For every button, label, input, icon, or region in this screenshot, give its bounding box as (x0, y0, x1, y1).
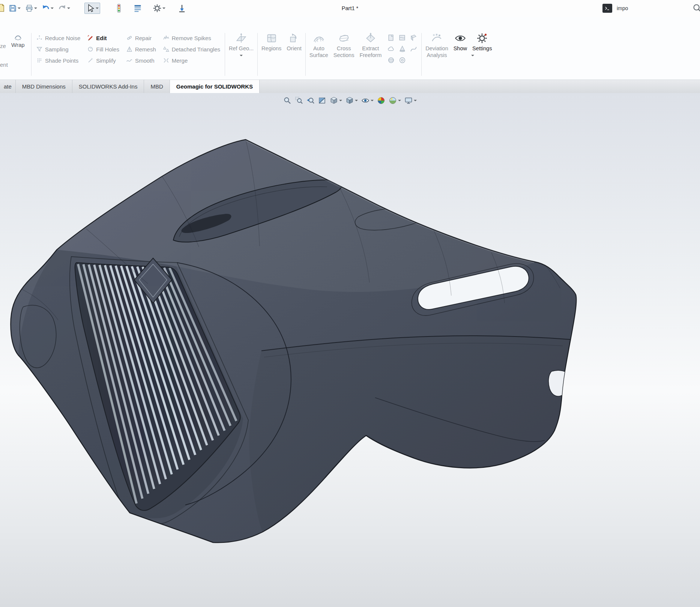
edit-button[interactable]: Edit (86, 34, 108, 42)
quick-access-toolbar (0, 2, 188, 14)
show-eye-icon (454, 32, 466, 44)
detached-triangles-button[interactable]: Detached Triangles (162, 45, 221, 53)
ref-geometry-dropdown-caret[interactable] (240, 55, 243, 56)
spline-curve-icon (410, 45, 418, 53)
sphere-primitive-button[interactable] (386, 55, 396, 65)
hood-3d-model[interactable] (0, 93, 700, 607)
view-settings-button[interactable] (404, 96, 417, 105)
previous-view-icon (306, 96, 315, 105)
show-settings-dropdown-caret[interactable] (471, 55, 474, 56)
display-style-button[interactable] (345, 96, 358, 105)
point-cloud-button[interactable] (386, 44, 396, 54)
command-search-input[interactable] (616, 5, 689, 12)
reduce-noise-icon (36, 35, 43, 41)
remesh-button[interactable]: Remesh (125, 45, 157, 53)
redo-button[interactable] (57, 3, 72, 14)
view-orientation-caret[interactable] (339, 100, 342, 101)
fill-holes-button[interactable]: Fill Holes (86, 45, 120, 53)
table-list-icon (133, 4, 142, 13)
options-button[interactable] (151, 3, 167, 14)
shade-points-button[interactable]: Shade Points (35, 57, 80, 64)
remove-spikes-button[interactable]: Remove Spikes (162, 34, 212, 42)
wrap-button[interactable]: Wrap (9, 32, 27, 48)
undo-icon (42, 4, 50, 12)
repair-button[interactable]: Repair (125, 34, 153, 42)
repair-group: Repair Remesh Smooth (123, 32, 159, 66)
corner-light-cutout[interactable] (548, 370, 571, 396)
spline-curve-button[interactable] (408, 44, 419, 54)
print-button[interactable] (24, 3, 39, 14)
orient-button[interactable]: Orient (284, 32, 304, 52)
evaluate-table-button[interactable] (132, 3, 144, 14)
regions-button[interactable]: Regions (259, 32, 284, 52)
section-view-icon (318, 96, 326, 105)
undo-button[interactable] (40, 3, 55, 14)
tab-evaluate-clipped[interactable]: ate (0, 80, 16, 93)
zoom-to-area-button[interactable] (294, 96, 303, 105)
show-settings-group: Show Settings (451, 32, 495, 56)
point-cloud-icon (387, 45, 395, 53)
print-dropdown-caret[interactable] (34, 8, 37, 9)
search-icon[interactable] (692, 3, 700, 13)
merge-button[interactable]: Merge (162, 57, 189, 64)
redo-dropdown-caret[interactable] (67, 8, 70, 9)
apply-scene-button[interactable] (388, 96, 401, 105)
auto-surface-button[interactable]: Auto Surface (307, 32, 331, 59)
cone-primitive-button[interactable] (397, 44, 407, 54)
previous-view-button[interactable] (306, 96, 315, 105)
gear-icon (153, 4, 162, 13)
section-view-button[interactable] (318, 96, 327, 105)
simplify-icon (87, 57, 94, 64)
edit-group: Edit Fill Holes Simplify (84, 32, 123, 66)
tab-mbd-dimensions[interactable]: MBD Dimensions (16, 80, 72, 93)
apply-scene-caret[interactable] (398, 100, 401, 101)
cone-primitive-icon (398, 45, 406, 53)
options-dropdown-caret[interactable] (162, 8, 165, 9)
tab-solidworks-add-ins[interactable]: SOLIDWORKS Add-Ins (72, 80, 144, 93)
surface-sheet-button[interactable] (397, 32, 407, 43)
extract-freeform-button[interactable]: Extract Freeform (357, 32, 384, 59)
smooth-icon (126, 57, 133, 64)
cross-sections-button[interactable]: Cross Sections (331, 32, 357, 59)
view-orientation-button[interactable] (329, 96, 342, 105)
extract-freeform-icon (365, 32, 377, 44)
torus-primitive-button[interactable] (397, 55, 407, 65)
view-settings-caret[interactable] (414, 100, 417, 101)
monitor-icon (404, 96, 413, 105)
deviation-analysis-button[interactable]: Deviation Analysis (423, 32, 451, 59)
display-style-caret[interactable] (355, 100, 358, 101)
select-dropdown-caret[interactable] (96, 8, 99, 9)
search-shortcut-button[interactable] (602, 4, 612, 13)
zoom-to-fit-button[interactable] (283, 96, 292, 105)
reduce-noise-button[interactable]: Reduce Noise (35, 34, 81, 42)
select-tool-button[interactable] (84, 3, 100, 14)
cross-sections-icon (338, 32, 350, 44)
sphere-primitive-icon (387, 56, 395, 64)
settings-button[interactable]: Settings (470, 32, 494, 52)
save-button[interactable] (7, 3, 22, 14)
print-icon (25, 4, 33, 12)
plane-sheet-button[interactable] (386, 32, 396, 43)
hide-show-caret[interactable] (371, 100, 374, 101)
save-icon (9, 4, 17, 12)
ref-geometry-icon (235, 32, 247, 44)
undo-dropdown-caret[interactable] (51, 8, 54, 9)
cleanup-group: Remove Spikes Detached Triangles Merge (159, 32, 224, 66)
solid-sheet-button[interactable] (408, 32, 419, 43)
save-dropdown-caret[interactable] (18, 8, 21, 9)
new-document-icon[interactable] (0, 3, 6, 13)
smooth-button[interactable]: Smooth (125, 57, 156, 64)
edit-appearance-button[interactable] (377, 96, 386, 105)
tab-geomagic-for-solidworks[interactable]: Geomagic for SOLIDWORKS (170, 80, 260, 93)
hide-show-items-button[interactable] (361, 96, 374, 105)
redo-icon (58, 4, 66, 12)
sampling-button[interactable]: Sampling (35, 45, 70, 53)
simplify-button[interactable]: Simplify (86, 57, 117, 64)
rebuild-button[interactable] (114, 2, 124, 14)
edit-pencil-icon (87, 35, 94, 41)
graphics-viewport[interactable] (0, 93, 700, 607)
tab-mbd[interactable]: MBD (144, 80, 170, 93)
show-button[interactable]: Show (451, 32, 470, 52)
reference-axis-button[interactable] (176, 3, 188, 14)
ref-geometry-button[interactable]: Ref Geo... (226, 32, 256, 52)
